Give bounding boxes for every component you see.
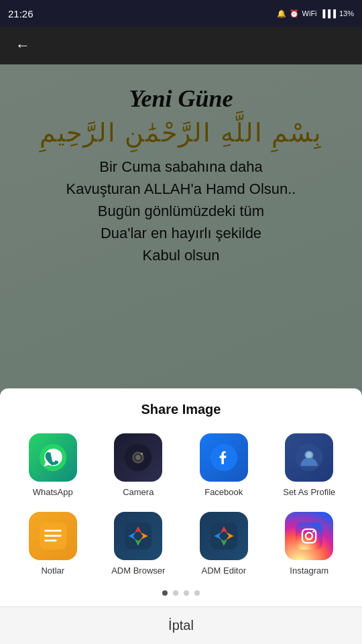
status-icons: 🔔 ⏰ WiFi ▐▐▐ 13% [277,9,354,18]
wifi-icon: WiFi [302,9,317,17]
svg-point-27 [312,531,314,533]
clock-icon: ⏰ [290,9,299,18]
notlar-label: Notlar [41,566,64,577]
svg-rect-11 [44,530,62,532]
share-item-whatsapp[interactable]: WhatsApp [13,433,93,498]
back-button[interactable]: ← [11,34,35,58]
alarm-icon: 🔔 [277,9,286,18]
dot-3[interactable] [184,590,189,596]
setprofile-label: Set As Profile [283,487,335,498]
share-item-setprofile[interactable]: Set As Profile [270,433,349,498]
admbrowser-icon [114,512,162,560]
svg-rect-13 [44,540,56,542]
admbrowser-label: ADM Browser [111,566,165,577]
share-item-admbrowser[interactable]: ADM Browser [99,512,178,577]
share-title: Share Image [0,402,362,417]
share-item-facebook[interactable]: Facebook [184,433,263,498]
instagram-label: Instagram [290,566,328,577]
camera-icon-app [114,433,162,482]
camera-label: Camera [123,487,154,498]
instagram-icon [285,512,333,560]
share-item-camera[interactable]: Camera [99,433,178,498]
top-bar: ← [0,27,362,64]
pagination-dots [0,577,362,606]
svg-rect-24 [296,523,322,549]
status-time: 21:26 [8,8,34,19]
svg-point-5 [141,453,143,455]
dot-2[interactable] [173,590,178,596]
setprofile-icon [285,433,333,482]
notlar-icon [29,512,77,560]
svg-point-4 [136,455,141,460]
battery-icon: 13% [339,9,354,17]
svg-rect-12 [44,535,62,537]
cancel-button[interactable]: İptal [168,618,194,633]
status-bar: 21:26 🔔 ⏰ WiFi ▐▐▐ 13% [0,0,362,27]
share-item-notlar[interactable]: Notlar [13,512,93,577]
facebook-label: Facebook [204,487,243,498]
dot-4[interactable] [194,590,200,596]
share-modal: Share Image WhatsApp [0,388,362,644]
dot-1[interactable] [162,590,168,596]
background-area: Yeni Güne بِسْمِ اللَّهِ الرَّحْمَٰنِ ال… [0,64,362,644]
admeditor-label: ADM Editor [202,566,246,577]
admeditor-icon [200,512,248,560]
whatsapp-label: WhatsApp [33,487,73,498]
facebook-icon [200,433,248,482]
svg-point-9 [306,452,312,458]
share-grid: WhatsApp Camera [0,433,362,577]
share-item-admeditor[interactable]: ADM Editor [184,512,263,577]
signal-icon: ▐▐▐ [320,9,336,17]
whatsapp-icon [29,433,77,482]
share-item-instagram[interactable]: Instagram [270,512,349,577]
cancel-bar: İptal [0,606,362,644]
